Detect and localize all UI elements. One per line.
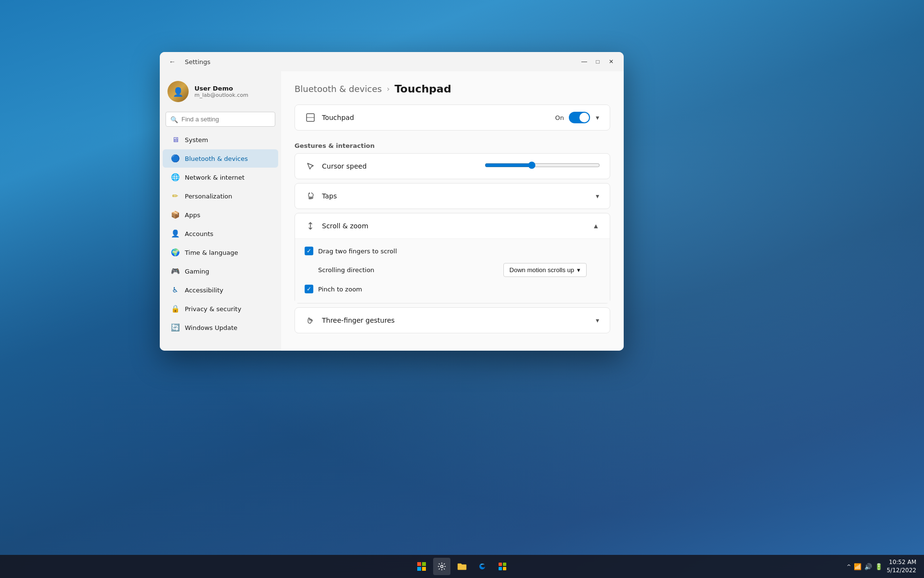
system-icon: 🖥 [170,135,180,144]
sidebar-item-apps[interactable]: 📦 Apps [163,206,278,224]
pinch-to-zoom-check: ✓ [307,286,311,292]
cursor-speed-label: Cursor speed [322,162,367,170]
svg-rect-9 [503,563,506,566]
sidebar-item-update[interactable]: 🔄 Windows Update [163,318,278,337]
drag-two-fingers-row: ✓ Drag two fingers to scroll [305,243,600,259]
window-title: Settings [185,58,210,66]
cursor-speed-left: Cursor speed [305,160,367,172]
taskbar-right: ^ 📶 🔊 🔋 10:52 AM 5/12/2022 [847,558,916,575]
three-finger-left: Three-finger gestures [305,315,395,326]
time-display: 10:52 AM [886,558,916,566]
sidebar-item-privacy[interactable]: 🔒 Privacy & security [163,300,278,318]
sidebar-label-time: Time & language [185,249,238,256]
taps-chevron[interactable]: ▾ [595,191,600,201]
battery-icon[interactable]: 🔋 [875,563,883,570]
touchpad-card: Touchpad On ▾ [295,105,610,131]
accessibility-icon: ♿ [170,285,180,295]
drag-two-fingers-checkbox[interactable]: ✓ [305,247,313,255]
start-button[interactable] [413,558,430,575]
maximize-button[interactable]: □ [591,55,604,68]
breadcrumb-separator: › [386,84,389,93]
sidebar-item-network[interactable]: 🌐 Network & internet [163,168,278,186]
search-icon: 🔍 [170,116,178,123]
breadcrumb-current: Touchpad [395,83,451,95]
settings-body: 👤 User Demo m_lab@outlook.com 🔍 🖥 System [160,71,624,351]
sidebar-label-bluetooth: Bluetooth & devices [185,155,248,162]
file-explorer-taskbar-button[interactable] [453,558,471,575]
taps-icon [305,190,316,202]
title-bar: ← Settings — □ ✕ [160,52,624,71]
breadcrumb: Bluetooth & devices › Touchpad [295,83,610,95]
touchpad-card-header[interactable]: Touchpad On ▾ [295,105,610,130]
scroll-zoom-right: ▲ [591,221,600,231]
svg-rect-5 [417,567,421,571]
taps-header[interactable]: Taps ▾ [295,184,610,209]
pinch-to-zoom-checkbox[interactable]: ✓ [305,285,313,293]
svg-rect-8 [499,563,502,566]
breadcrumb-parent[interactable]: Bluetooth & devices [295,84,382,94]
cursor-speed-slider-wrap [485,161,600,171]
cursor-speed-card: Cursor speed [295,153,610,179]
sidebar-item-bluetooth[interactable]: 🔵 Bluetooth & devices [163,149,278,168]
network-icon: 🌐 [170,172,180,182]
search-input[interactable] [166,112,275,127]
edge-taskbar-button[interactable] [474,558,491,575]
accounts-icon: 👤 [170,229,180,238]
svg-point-2 [309,193,310,194]
three-finger-chevron[interactable]: ▾ [595,315,600,325]
system-tray-icons: ^ 📶 🔊 🔋 [847,563,883,570]
drag-two-fingers-check: ✓ [307,248,311,254]
scroll-zoom-header[interactable]: Scroll & zoom ▲ [295,213,610,238]
scrolling-direction-dropdown[interactable]: Down motion scrolls up ▾ [503,263,587,277]
touchpad-toggle-knob [579,113,589,122]
sidebar-item-system[interactable]: 🖥 System [163,131,278,149]
touchpad-toggle[interactable] [569,112,590,123]
settings-window: ← Settings — □ ✕ 👤 User Demo m_lab@outlo… [160,52,624,351]
personalization-icon: ✏️ [170,191,180,201]
sidebar-item-accounts[interactable]: 👤 Accounts [163,224,278,243]
minimize-button[interactable]: — [578,55,591,68]
sidebar-label-privacy: Privacy & security [185,305,241,313]
touchpad-chevron[interactable]: ▾ [595,113,600,122]
scrolling-direction-row: Scrolling direction Down motion scrolls … [305,259,600,281]
sidebar-label-system: System [185,136,208,144]
avatar: 👤 [167,81,189,102]
three-finger-header[interactable]: Three-finger gestures ▾ [295,308,610,333]
taskbar-center [413,558,511,575]
pinch-to-zoom-row: ✓ Pinch to zoom [305,281,600,297]
drag-two-fingers-label: Drag two fingers to scroll [318,248,397,255]
settings-taskbar-button[interactable] [433,558,450,575]
chevron-icon[interactable]: ^ [847,564,851,570]
update-icon: 🔄 [170,323,180,332]
user-profile[interactable]: 👤 User Demo m_lab@outlook.com [160,75,281,110]
sidebar-item-gaming[interactable]: 🎮 Gaming [163,262,278,280]
pinch-to-zoom-label: Pinch to zoom [318,286,362,293]
user-info: User Demo m_lab@outlook.com [194,85,273,98]
window-controls: — □ ✕ [578,55,618,68]
sidebar-label-personalization: Personalization [185,193,232,200]
touchpad-card-right: On ▾ [555,112,600,123]
scrolling-direction-chevron-icon: ▾ [577,266,580,274]
scroll-zoom-expanded: ✓ Drag two fingers to scroll Scrolling d… [295,238,610,303]
store-taskbar-button[interactable] [494,558,511,575]
sidebar: 👤 User Demo m_lab@outlook.com 🔍 🖥 System [160,71,281,351]
cursor-speed-slider[interactable] [485,161,600,169]
sound-icon[interactable]: 🔊 [864,563,872,570]
scroll-zoom-left: Scroll & zoom [305,220,368,232]
sidebar-item-personalization[interactable]: ✏️ Personalization [163,187,278,205]
date-display: 5/12/2022 [886,566,916,575]
main-content: Bluetooth & devices › Touchpad Touchpad [281,71,624,351]
taskbar-time[interactable]: 10:52 AM 5/12/2022 [886,558,916,575]
touchpad-title: Touchpad [322,114,354,121]
scroll-zoom-chevron[interactable]: ▲ [591,221,600,231]
close-button[interactable]: ✕ [604,55,618,68]
taskbar: ^ 📶 🔊 🔋 10:52 AM 5/12/2022 [0,555,924,578]
sidebar-label-apps: Apps [185,211,200,219]
sidebar-item-accessibility[interactable]: ♿ Accessibility [163,281,278,299]
three-finger-title: Three-finger gestures [322,316,395,324]
three-finger-icon [305,315,316,326]
scrolling-direction-label: Scrolling direction [318,266,374,274]
network-icon[interactable]: 📶 [854,563,861,570]
sidebar-item-time[interactable]: 🌍 Time & language [163,243,278,262]
back-button[interactable]: ← [166,55,179,68]
